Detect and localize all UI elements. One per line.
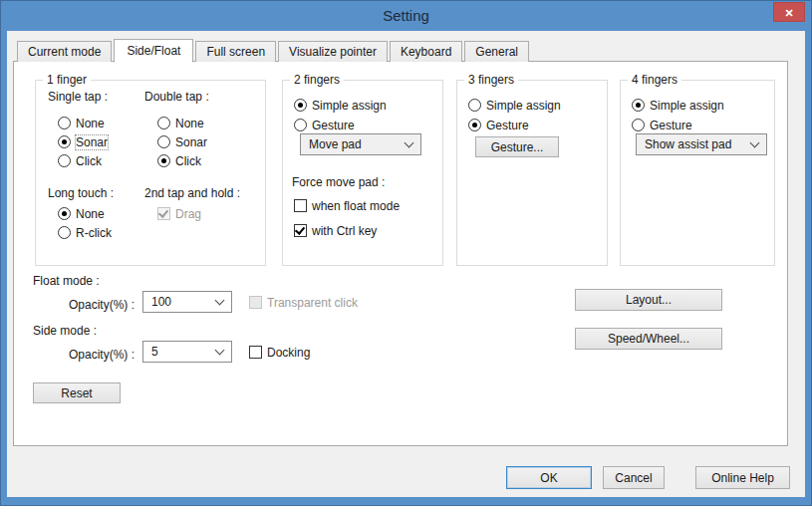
checkbox-docking[interactable]: Docking [249,345,310,360]
radio-2f-gesture[interactable]: Gesture [294,118,355,132]
checkbox-icon [249,346,262,359]
radio-icon [157,135,170,148]
chevron-down-icon [405,138,414,148]
side-opacity-label: Opacity(%) : [55,348,135,363]
single-tap-label: Single tap : [48,90,108,105]
titlebar[interactable]: Setting ✕ [0,0,812,31]
tab-strip: Current mode Side/Float Full screen Visu… [17,38,531,62]
radio-double-tap-sonar[interactable]: Sonar [157,134,207,149]
radio-icon [632,99,645,112]
side-mode-label: Side mode : [33,324,97,339]
radio-long-touch-rclick[interactable]: R-click [58,225,112,240]
2f-assign-dropdown[interactable]: Move pad [300,133,421,155]
speed-wheel-button[interactable]: Speed/Wheel... [575,328,722,350]
radio-icon [58,117,71,129]
checkbox-icon [294,199,307,212]
radio-single-tap-none[interactable]: None [58,116,105,130]
force-move-pad-label: Force move pad : [292,175,385,190]
group-4-fingers-title: 4 fingers [628,73,681,88]
radio-icon [58,207,71,220]
radio-long-touch-none[interactable]: None [58,206,105,221]
gesture-button[interactable]: Gesture... [475,136,559,157]
float-mode-label: Float mode : [33,274,100,289]
group-3-fingers-title: 3 fingers [464,73,518,88]
radio-4f-simple-assign[interactable]: Simple assign [632,98,724,113]
checkbox-transparent-click: Transparent click [249,295,358,310]
4f-assign-dropdown[interactable]: Show assist pad [636,133,767,155]
radio-double-tap-none[interactable]: None [157,116,204,130]
radio-2f-simple-assign[interactable]: Simple assign [294,98,387,113]
group-2-fingers-title: 2 fingers [290,73,344,88]
tab-keyboard[interactable]: Keyboard [390,41,462,62]
radio-double-tap-click[interactable]: Click [157,153,201,168]
tab-current-mode[interactable]: Current mode [17,41,112,62]
radio-icon [468,99,481,112]
setting-dialog: Setting ✕ Current mode Side/Float Full s… [0,0,812,506]
window-title: Setting [0,0,812,31]
radio-icon [294,99,307,112]
radio-icon [294,119,307,131]
radio-icon [157,154,170,167]
reset-button[interactable]: Reset [33,382,121,403]
checkbox-drag: Drag [157,206,201,221]
layout-button[interactable]: Layout... [575,289,722,311]
long-touch-label: Long touch : [48,186,114,201]
cancel-button[interactable]: Cancel [603,466,665,489]
radio-icon [468,119,481,131]
checkbox-icon [249,296,262,309]
tab-general[interactable]: General [464,41,529,62]
checkbox-icon [157,207,170,220]
close-icon: ✕ [784,7,793,19]
radio-icon [58,226,71,239]
chevron-down-icon [215,346,225,356]
online-help-button[interactable]: Online Help [695,466,790,489]
checkbox-when-float-mode[interactable]: when float mode [294,198,400,213]
radio-3f-simple-assign[interactable]: Simple assign [468,98,561,113]
radio-icon [58,135,71,148]
group-1-finger-title: 1 finger [43,73,91,88]
radio-4f-gesture[interactable]: Gesture [632,118,692,132]
radio-icon [632,119,645,131]
float-opacity-dropdown[interactable]: 100 [142,291,232,313]
tab-side-float[interactable]: Side/Float [114,39,193,63]
radio-single-tap-click[interactable]: Click [58,153,102,168]
close-button[interactable]: ✕ [773,2,805,22]
radio-icon [157,117,170,129]
second-tap-hold-label: 2nd tap and hold : [144,186,240,201]
side-opacity-dropdown[interactable]: 5 [142,341,232,363]
chevron-down-icon [750,138,760,148]
radio-single-tap-sonar[interactable]: Sonar [58,134,108,149]
radio-3f-gesture[interactable]: Gesture [468,118,529,132]
tab-visualize-pointer[interactable]: Visualize pointer [278,41,388,62]
chevron-down-icon [215,296,225,306]
checkbox-with-ctrl-key[interactable]: with Ctrl key [294,223,377,238]
checkbox-icon [294,224,307,237]
float-opacity-label: Opacity(%) : [55,298,135,313]
tab-full-screen[interactable]: Full screen [195,41,276,62]
double-tap-label: Double tap : [144,90,209,105]
radio-icon [58,154,71,167]
ok-button[interactable]: OK [506,466,592,489]
